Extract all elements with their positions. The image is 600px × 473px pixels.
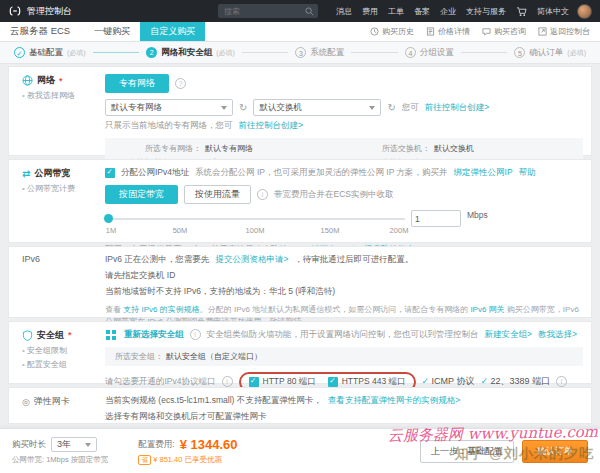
language-switch[interactable]: 简体中文	[537, 6, 569, 17]
ipv6-region-hint: 当前地域暂时不支持 IPv6，支持的地域为：华北 5 (呼和浩特)	[105, 286, 583, 298]
required-mark: *	[59, 76, 63, 86]
security-config-link[interactable]: 配置安全组	[22, 359, 105, 370]
purchase-history-link[interactable]: 购买历史	[370, 26, 414, 37]
duration-select[interactable]: 3年	[51, 437, 97, 452]
duration-group: 购买时长 3年 公网带宽: 1Mbps 按固定带宽	[12, 437, 108, 465]
slider-track[interactable]	[105, 218, 405, 220]
menu-billing[interactable]: 费用	[362, 6, 378, 17]
step-circle: 2	[146, 47, 157, 58]
tick-label: 150M	[321, 226, 340, 235]
eni-spec-link[interactable]: 查看支持配置弹性网卡的实例规格>	[328, 395, 460, 407]
menu-enterprise[interactable]: 企业	[440, 6, 456, 17]
network-help-link[interactable]: 教我选择网络	[22, 90, 105, 101]
eip-help-link[interactable]: 帮助	[519, 167, 536, 179]
info-icon[interactable]	[190, 329, 201, 340]
https-checkbox[interactable]	[328, 377, 338, 387]
step-grouping[interactable]: 4 分组设置	[405, 47, 454, 59]
http-checkbox[interactable]	[249, 377, 259, 387]
security-limit-link[interactable]: 安全组限制	[22, 345, 105, 356]
http-port-checkbox-item[interactable]: HTTP 80 端口	[249, 376, 316, 388]
info-icon[interactable]	[257, 189, 268, 200]
bandwidth-mode-hint: 带宽费用合并在ECS实例中收取	[274, 189, 393, 201]
menu-messages[interactable]: 消息	[336, 6, 352, 17]
teach-me-link[interactable]: 教我选择>	[538, 329, 577, 341]
vpc-select[interactable]: 默认专有网络	[105, 99, 233, 116]
reselect-security-group-link[interactable]: 重新选择安全组	[124, 329, 184, 341]
goto-console-create-link[interactable]: 前往控制台创建>	[239, 120, 303, 132]
https-port-checkbox-item[interactable]: HTTPS 443 端口	[328, 376, 406, 388]
ports-label: 请勾选要开通的IPv4协议端口	[105, 376, 216, 388]
product-header: 云服务器 ECS 一键购买 自定义购买 购买历史 价格详情 购买咨询 返回控制台	[0, 22, 600, 42]
prev-step-button[interactable]: 上一步：基础配置	[420, 440, 514, 463]
eni-unsupported-text: 当前实例规格 (ecs.t5-lc1m1.small) 不支持配置弹性网卡，	[105, 395, 322, 407]
menu-icp[interactable]: 备案	[414, 6, 430, 17]
menu-tickets[interactable]: 工单	[388, 6, 404, 17]
traffic-bandwidth-button[interactable]: 按使用流量	[184, 185, 251, 204]
price-label: 配置费用:	[138, 439, 174, 451]
eni-icon: ◎	[22, 397, 30, 407]
required-mark: *	[68, 330, 72, 340]
discount-text: ¥ 851.40 已享受优惠	[153, 455, 222, 464]
step-suffix: (必填)	[216, 48, 235, 58]
console-return-icon	[538, 27, 547, 36]
step-confirm-order[interactable]: 5 确认订单 (必填)	[514, 47, 586, 59]
bandwidth-billing-link[interactable]: 公网带宽计费	[22, 183, 105, 194]
step-label: 基础配置	[29, 47, 63, 59]
top-search[interactable]	[218, 4, 318, 18]
tick-label: 100M	[246, 226, 265, 235]
https-port-label: HTTPS 443 端口	[342, 376, 406, 388]
console-logo[interactable]: 管理控制台	[8, 5, 72, 18]
vswitch-select[interactable]: 默认交换机	[253, 99, 381, 116]
icmp-label: ICMP 协议	[432, 376, 475, 386]
goto-console-create-link[interactable]: 前往控制台创建>	[425, 102, 489, 114]
info-icon[interactable]	[175, 78, 186, 89]
purchase-consult-label: 购买咨询	[494, 26, 526, 37]
bind-eip-link[interactable]: 绑定弹性公网IP	[454, 167, 513, 179]
consult-icon	[482, 27, 491, 36]
back-to-console-link[interactable]: 返回控制台	[538, 26, 590, 37]
price-group: 配置费用: ¥ 1344.60 省¥ 851.40 已享受优惠	[138, 437, 237, 465]
price-list-icon	[426, 27, 435, 36]
info-icon[interactable]	[556, 376, 567, 387]
step-system-config[interactable]: 3 系统配置	[295, 47, 344, 59]
bandwidth-input[interactable]	[411, 210, 461, 227]
step-basic-config[interactable]: ✓ 基础配置 (必填)	[14, 47, 86, 59]
refresh-icon[interactable]	[239, 102, 247, 113]
menu-support[interactable]: 支持与服务	[466, 6, 506, 17]
vpc-scope-hint: 只展示当前地域的专有网络，您可	[105, 120, 233, 132]
summary-vpc: 所选专有网络：默认专有网络	[115, 143, 344, 154]
duration-label: 购买时长	[12, 439, 46, 451]
tick-label: 200M	[390, 226, 409, 235]
security-section-label: 安全组	[37, 329, 64, 342]
price-detail-link[interactable]: 价格详情	[426, 26, 470, 37]
confirm-order-button[interactable]: 确认订单	[522, 440, 588, 463]
tab-quick-buy[interactable]: 一键购买	[84, 22, 140, 41]
vswitch-select-value: 默认交换机	[259, 102, 302, 114]
assign-ipv4-hint: 系统会分配公网 IP，也可采用更加灵活的弹性公网 IP 方案，购买并	[195, 167, 448, 179]
eni-section-label: 弹性网卡	[34, 395, 70, 408]
slider-handle[interactable]	[104, 214, 113, 223]
tab-custom-buy[interactable]: 自定义购买	[140, 22, 205, 41]
step-connector	[93, 52, 140, 53]
purchase-consult-link[interactable]: 购买咨询	[482, 26, 526, 37]
ipv6-apply-link[interactable]: 提交公测资格申请>	[215, 254, 288, 266]
assign-ipv4-checkbox[interactable]	[105, 168, 115, 178]
new-security-group-link[interactable]: 新建安全组>	[485, 329, 532, 341]
caret-down-icon	[85, 443, 91, 447]
cart-icon[interactable]	[516, 6, 527, 17]
vpc-select-value: 默认专有网络	[111, 102, 162, 114]
avatar[interactable]	[577, 4, 592, 19]
discount-line[interactable]: 省¥ 851.40 已享受优惠	[138, 455, 237, 465]
refresh-icon[interactable]	[387, 102, 395, 113]
search-input[interactable]	[222, 6, 305, 17]
ipv6-spec-link[interactable]: 支持 IPv6 的实例规格	[123, 305, 199, 314]
info-icon[interactable]	[222, 376, 233, 387]
bandwidth-unit: Mbps	[467, 210, 488, 220]
vpc-type-button[interactable]: 专有网络	[105, 74, 169, 93]
search-icon	[305, 7, 314, 16]
eni-condition-text: 选择专有网络和交换机后才可配置弹性网卡	[105, 411, 583, 423]
step-network-security[interactable]: 2 网络和安全组 (必填)	[146, 47, 235, 59]
ipv6-gateway-link[interactable]: IPv6 网关	[470, 305, 504, 314]
fixed-bandwidth-button[interactable]: 按固定带宽	[105, 185, 178, 204]
bandwidth-slider[interactable]: 1M 50M 100M 150M 200M	[105, 214, 405, 236]
